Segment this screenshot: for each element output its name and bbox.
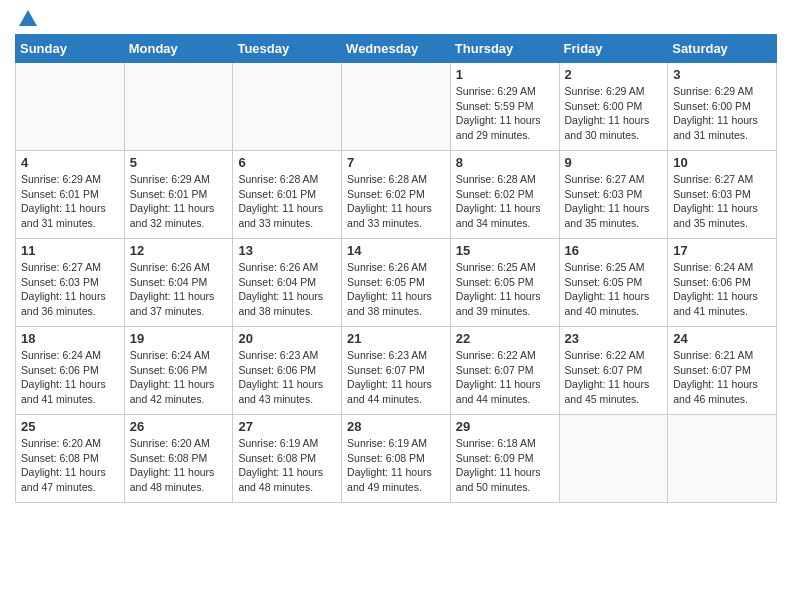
day-info: Sunrise: 6:26 AM Sunset: 6:05 PM Dayligh… [347,260,445,319]
day-info: Sunrise: 6:29 AM Sunset: 6:00 PM Dayligh… [673,84,771,143]
cell-content: 7Sunrise: 6:28 AM Sunset: 6:02 PM Daylig… [347,155,445,231]
day-info: Sunrise: 6:20 AM Sunset: 6:08 PM Dayligh… [21,436,119,495]
calendar-cell: 19Sunrise: 6:24 AM Sunset: 6:06 PM Dayli… [124,327,233,415]
day-number: 14 [347,243,445,258]
day-number: 15 [456,243,554,258]
cell-content: 10Sunrise: 6:27 AM Sunset: 6:03 PM Dayli… [673,155,771,231]
calendar-cell: 23Sunrise: 6:22 AM Sunset: 6:07 PM Dayli… [559,327,668,415]
header-monday: Monday [124,35,233,63]
day-number: 26 [130,419,228,434]
cell-content: 1Sunrise: 6:29 AM Sunset: 5:59 PM Daylig… [456,67,554,143]
cell-content: 16Sunrise: 6:25 AM Sunset: 6:05 PM Dayli… [565,243,663,319]
calendar-cell: 15Sunrise: 6:25 AM Sunset: 6:05 PM Dayli… [450,239,559,327]
calendar-cell: 24Sunrise: 6:21 AM Sunset: 6:07 PM Dayli… [668,327,777,415]
day-info: Sunrise: 6:22 AM Sunset: 6:07 PM Dayligh… [456,348,554,407]
cell-content: 15Sunrise: 6:25 AM Sunset: 6:05 PM Dayli… [456,243,554,319]
day-number: 17 [673,243,771,258]
cell-content: 24Sunrise: 6:21 AM Sunset: 6:07 PM Dayli… [673,331,771,407]
day-number: 25 [21,419,119,434]
week-row-4: 18Sunrise: 6:24 AM Sunset: 6:06 PM Dayli… [16,327,777,415]
day-number: 28 [347,419,445,434]
cell-content: 19Sunrise: 6:24 AM Sunset: 6:06 PM Dayli… [130,331,228,407]
day-info: Sunrise: 6:27 AM Sunset: 6:03 PM Dayligh… [21,260,119,319]
cell-content: 22Sunrise: 6:22 AM Sunset: 6:07 PM Dayli… [456,331,554,407]
cell-content: 21Sunrise: 6:23 AM Sunset: 6:07 PM Dayli… [347,331,445,407]
calendar-cell: 28Sunrise: 6:19 AM Sunset: 6:08 PM Dayli… [342,415,451,503]
cell-content: 26Sunrise: 6:20 AM Sunset: 6:08 PM Dayli… [130,419,228,495]
calendar-cell: 4Sunrise: 6:29 AM Sunset: 6:01 PM Daylig… [16,151,125,239]
week-row-5: 25Sunrise: 6:20 AM Sunset: 6:08 PM Dayli… [16,415,777,503]
calendar-cell: 21Sunrise: 6:23 AM Sunset: 6:07 PM Dayli… [342,327,451,415]
calendar-cell: 14Sunrise: 6:26 AM Sunset: 6:05 PM Dayli… [342,239,451,327]
page-header [15,10,777,26]
day-info: Sunrise: 6:24 AM Sunset: 6:06 PM Dayligh… [673,260,771,319]
day-number: 16 [565,243,663,258]
cell-content: 14Sunrise: 6:26 AM Sunset: 6:05 PM Dayli… [347,243,445,319]
logo-icon [17,8,39,30]
calendar-cell: 18Sunrise: 6:24 AM Sunset: 6:06 PM Dayli… [16,327,125,415]
calendar-cell: 25Sunrise: 6:20 AM Sunset: 6:08 PM Dayli… [16,415,125,503]
day-info: Sunrise: 6:23 AM Sunset: 6:06 PM Dayligh… [238,348,336,407]
day-info: Sunrise: 6:18 AM Sunset: 6:09 PM Dayligh… [456,436,554,495]
day-info: Sunrise: 6:26 AM Sunset: 6:04 PM Dayligh… [130,260,228,319]
day-info: Sunrise: 6:28 AM Sunset: 6:02 PM Dayligh… [347,172,445,231]
calendar-cell: 10Sunrise: 6:27 AM Sunset: 6:03 PM Dayli… [668,151,777,239]
day-number: 4 [21,155,119,170]
calendar-cell [233,63,342,151]
day-number: 5 [130,155,228,170]
day-info: Sunrise: 6:21 AM Sunset: 6:07 PM Dayligh… [673,348,771,407]
day-number: 13 [238,243,336,258]
day-info: Sunrise: 6:28 AM Sunset: 6:02 PM Dayligh… [456,172,554,231]
cell-content: 20Sunrise: 6:23 AM Sunset: 6:06 PM Dayli… [238,331,336,407]
day-number: 22 [456,331,554,346]
calendar-cell: 12Sunrise: 6:26 AM Sunset: 6:04 PM Dayli… [124,239,233,327]
day-info: Sunrise: 6:24 AM Sunset: 6:06 PM Dayligh… [21,348,119,407]
day-info: Sunrise: 6:20 AM Sunset: 6:08 PM Dayligh… [130,436,228,495]
calendar-cell: 11Sunrise: 6:27 AM Sunset: 6:03 PM Dayli… [16,239,125,327]
cell-content: 12Sunrise: 6:26 AM Sunset: 6:04 PM Dayli… [130,243,228,319]
day-info: Sunrise: 6:29 AM Sunset: 5:59 PM Dayligh… [456,84,554,143]
calendar-cell [559,415,668,503]
day-number: 24 [673,331,771,346]
header-saturday: Saturday [668,35,777,63]
calendar-cell: 27Sunrise: 6:19 AM Sunset: 6:08 PM Dayli… [233,415,342,503]
day-number: 9 [565,155,663,170]
calendar-cell: 26Sunrise: 6:20 AM Sunset: 6:08 PM Dayli… [124,415,233,503]
day-number: 21 [347,331,445,346]
day-info: Sunrise: 6:26 AM Sunset: 6:04 PM Dayligh… [238,260,336,319]
day-number: 7 [347,155,445,170]
calendar-cell: 9Sunrise: 6:27 AM Sunset: 6:03 PM Daylig… [559,151,668,239]
day-number: 29 [456,419,554,434]
day-info: Sunrise: 6:19 AM Sunset: 6:08 PM Dayligh… [238,436,336,495]
calendar-cell [16,63,125,151]
day-info: Sunrise: 6:28 AM Sunset: 6:01 PM Dayligh… [238,172,336,231]
calendar-cell [342,63,451,151]
calendar-cell: 7Sunrise: 6:28 AM Sunset: 6:02 PM Daylig… [342,151,451,239]
day-info: Sunrise: 6:27 AM Sunset: 6:03 PM Dayligh… [565,172,663,231]
cell-content: 13Sunrise: 6:26 AM Sunset: 6:04 PM Dayli… [238,243,336,319]
header-friday: Friday [559,35,668,63]
header-thursday: Thursday [450,35,559,63]
day-info: Sunrise: 6:24 AM Sunset: 6:06 PM Dayligh… [130,348,228,407]
day-info: Sunrise: 6:23 AM Sunset: 6:07 PM Dayligh… [347,348,445,407]
day-number: 23 [565,331,663,346]
day-number: 11 [21,243,119,258]
header-wednesday: Wednesday [342,35,451,63]
calendar-cell: 1Sunrise: 6:29 AM Sunset: 5:59 PM Daylig… [450,63,559,151]
week-row-2: 4Sunrise: 6:29 AM Sunset: 6:01 PM Daylig… [16,151,777,239]
cell-content: 28Sunrise: 6:19 AM Sunset: 6:08 PM Dayli… [347,419,445,495]
day-info: Sunrise: 6:22 AM Sunset: 6:07 PM Dayligh… [565,348,663,407]
day-info: Sunrise: 6:29 AM Sunset: 6:00 PM Dayligh… [565,84,663,143]
day-number: 20 [238,331,336,346]
calendar-cell: 20Sunrise: 6:23 AM Sunset: 6:06 PM Dayli… [233,327,342,415]
calendar-cell [124,63,233,151]
calendar-cell: 2Sunrise: 6:29 AM Sunset: 6:00 PM Daylig… [559,63,668,151]
cell-content: 17Sunrise: 6:24 AM Sunset: 6:06 PM Dayli… [673,243,771,319]
header-row: SundayMondayTuesdayWednesdayThursdayFrid… [16,35,777,63]
day-info: Sunrise: 6:19 AM Sunset: 6:08 PM Dayligh… [347,436,445,495]
cell-content: 3Sunrise: 6:29 AM Sunset: 6:00 PM Daylig… [673,67,771,143]
cell-content: 2Sunrise: 6:29 AM Sunset: 6:00 PM Daylig… [565,67,663,143]
calendar-cell [668,415,777,503]
day-number: 1 [456,67,554,82]
calendar-cell: 13Sunrise: 6:26 AM Sunset: 6:04 PM Dayli… [233,239,342,327]
